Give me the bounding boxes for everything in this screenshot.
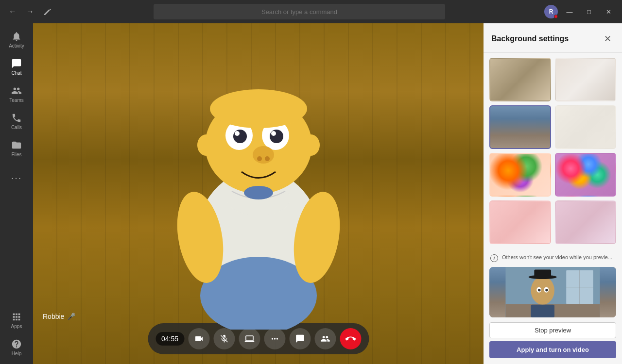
- sidebar-item-more[interactable]: ···: [4, 165, 29, 190]
- info-icon: i: [490, 254, 498, 262]
- status-dot: [554, 15, 558, 18]
- more-icon: ···: [11, 172, 22, 183]
- svg-point-7: [270, 130, 283, 143]
- svg-point-18: [244, 186, 273, 199]
- main-layout: Activity Chat Teams Calls: [0, 23, 622, 364]
- svg-point-32: [538, 289, 541, 292]
- svg-rect-29: [534, 270, 551, 278]
- sidebar-item-teams[interactable]: Teams: [4, 82, 29, 107]
- video-area: Robbie 🎤 04:55: [33, 23, 484, 364]
- svg-point-19: [274, 338, 275, 339]
- video-background: [33, 23, 484, 364]
- chat-label: Chat: [11, 70, 21, 76]
- compose-button[interactable]: [41, 5, 54, 18]
- chat-icon-ctrl: [295, 334, 305, 344]
- bg-thumb-office1[interactable]: [489, 105, 551, 149]
- svg-point-8: [235, 131, 240, 136]
- bg-thumb-balloons2[interactable]: [555, 153, 617, 197]
- svg-point-6: [233, 130, 247, 143]
- svg-point-11: [257, 156, 262, 161]
- end-call-icon: [345, 333, 356, 344]
- chat-button[interactable]: [289, 328, 311, 349]
- back-button[interactable]: ←: [6, 5, 19, 18]
- svg-point-21: [276, 338, 277, 339]
- titlebar-right: R — □ ✕: [544, 5, 616, 18]
- sidebar-item-apps[interactable]: Apps: [4, 308, 29, 333]
- help-icon: [11, 339, 22, 349]
- svg-rect-34: [531, 305, 554, 317]
- svg-point-13: [197, 134, 215, 156]
- titlebar: ← → R — □ ✕: [0, 0, 622, 23]
- apply-video-button[interactable]: Apply and turn on video: [489, 341, 616, 358]
- share-screen-button[interactable]: [239, 328, 260, 349]
- titlebar-left: ← →: [6, 5, 54, 18]
- more-icon: [270, 334, 279, 344]
- homer-plush: [152, 58, 365, 330]
- avatar[interactable]: R: [544, 5, 558, 18]
- svg-point-9: [271, 131, 276, 136]
- call-timer: 04:55: [156, 332, 184, 346]
- bg-thumb-balloons1[interactable]: [489, 153, 551, 197]
- activity-label: Activity: [9, 43, 24, 49]
- apps-icon: [11, 312, 22, 322]
- sidebar: Activity Chat Teams Calls: [0, 23, 33, 364]
- background-grid: [484, 53, 622, 249]
- files-label: Files: [11, 152, 21, 157]
- calls-icon: [11, 113, 22, 123]
- help-label: Help: [12, 351, 22, 356]
- calls-label: Calls: [11, 125, 22, 130]
- background-settings-panel: Background settings ✕ i Others won't see…: [484, 23, 622, 364]
- more-options-button[interactable]: [264, 328, 285, 349]
- participants-button[interactable]: [314, 328, 336, 349]
- camera-button[interactable]: [188, 328, 209, 349]
- bg-thumb-office2[interactable]: [555, 105, 617, 149]
- mic-icon: [219, 334, 229, 344]
- svg-point-33: [545, 289, 548, 292]
- svg-point-20: [271, 338, 273, 339]
- camera-icon: [194, 334, 204, 344]
- sidebar-item-help[interactable]: Help: [4, 335, 29, 360]
- mic-button[interactable]: [213, 328, 235, 349]
- files-icon: [11, 140, 22, 150]
- apps-label: Apps: [11, 324, 22, 329]
- svg-point-27: [531, 276, 554, 304]
- search-input[interactable]: [154, 4, 445, 19]
- mic-indicator: 🎤: [67, 313, 75, 320]
- sidebar-item-chat[interactable]: Chat: [4, 54, 29, 80]
- share-icon: [244, 334, 254, 344]
- panel-title: Background settings: [491, 34, 569, 43]
- preview-person: [489, 267, 616, 317]
- bg-thumb-pink1[interactable]: [489, 200, 551, 244]
- bg-thumb-room1[interactable]: [489, 58, 551, 101]
- user-label: Robbie 🎤: [43, 313, 75, 320]
- teams-icon: [11, 85, 22, 96]
- svg-point-15: [210, 89, 307, 128]
- sidebar-item-activity[interactable]: Activity: [4, 27, 29, 52]
- stop-preview-button[interactable]: Stop preview: [489, 322, 616, 338]
- sidebar-item-calls[interactable]: Calls: [4, 109, 29, 134]
- teams-label: Teams: [9, 98, 23, 103]
- preview-area: [489, 267, 616, 317]
- participants-icon: [320, 334, 330, 344]
- minimize-button[interactable]: —: [562, 5, 577, 18]
- chat-icon: [11, 58, 22, 69]
- close-panel-button[interactable]: ✕: [601, 32, 614, 46]
- end-call-button[interactable]: [340, 328, 361, 349]
- svg-point-14: [302, 134, 320, 156]
- forward-button[interactable]: →: [23, 5, 37, 18]
- maximize-button[interactable]: □: [581, 5, 597, 18]
- info-notice: i Others won't see your video while you …: [484, 249, 622, 267]
- bg-thumb-pink2[interactable]: [555, 200, 617, 244]
- svg-point-10: [253, 146, 274, 164]
- bg-thumb-room2[interactable]: [555, 58, 617, 101]
- info-text: Others won't see your video while you pr…: [502, 254, 612, 261]
- close-button[interactable]: ✕: [601, 5, 616, 18]
- sidebar-item-files[interactable]: Files: [4, 136, 29, 161]
- activity-icon: [11, 31, 22, 42]
- panel-header: Background settings ✕: [484, 23, 622, 53]
- svg-point-12: [265, 156, 270, 161]
